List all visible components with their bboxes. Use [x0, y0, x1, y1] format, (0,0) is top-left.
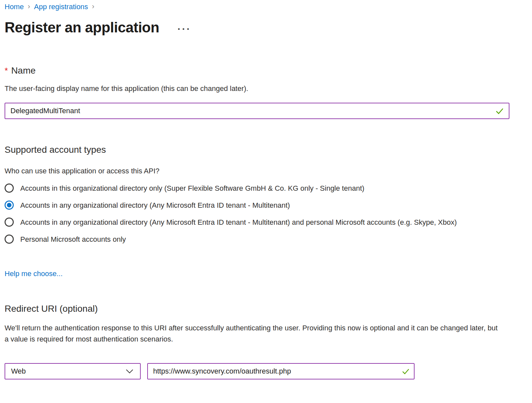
breadcrumb: Home › App registrations ›: [5, 3, 527, 11]
redirect-uri-input-wrap: [147, 363, 415, 379]
radio-option-label[interactable]: Personal Microsoft accounts only: [20, 234, 126, 245]
account-types-radio-group: Accounts in this organizational director…: [5, 183, 527, 245]
required-asterisk: *: [5, 66, 8, 76]
radio-option-personal-only[interactable]: Personal Microsoft accounts only: [5, 234, 527, 245]
breadcrumb-separator-icon: ›: [91, 2, 95, 11]
radio-button-icon[interactable]: [5, 201, 14, 210]
valid-check-icon: [401, 367, 410, 376]
name-field-description: The user-facing display name for this ap…: [5, 84, 527, 93]
register-application-page: Home › App registrations › Register an a…: [0, 0, 532, 379]
account-types-question: Who can use this application or access t…: [5, 167, 527, 175]
radio-button-icon[interactable]: [5, 235, 14, 244]
redirect-uri-description: We'll return the authentication response…: [5, 323, 503, 345]
application-name-input[interactable]: [5, 103, 509, 119]
platform-select[interactable]: Web: [5, 363, 141, 379]
valid-check-icon: [495, 106, 504, 115]
name-label-text: Name: [11, 65, 36, 76]
supported-account-types-heading: Supported account types: [5, 145, 527, 155]
title-row: Register an application ···: [5, 18, 527, 37]
more-options-icon[interactable]: ···: [178, 24, 191, 37]
page-title: Register an application: [5, 18, 159, 37]
breadcrumb-home-link[interactable]: Home: [5, 3, 24, 11]
radio-option-label[interactable]: Accounts in any organizational directory…: [20, 200, 290, 211]
radio-option-label[interactable]: Accounts in any organizational directory…: [20, 217, 457, 228]
redirect-uri-heading: Redirect URI (optional): [5, 304, 527, 314]
radio-option-single-tenant[interactable]: Accounts in this organizational director…: [5, 183, 527, 194]
radio-button-icon[interactable]: [5, 184, 14, 193]
chevron-down-icon: [126, 369, 133, 374]
redirect-uri-input[interactable]: [147, 363, 415, 379]
breadcrumb-app-registrations-link[interactable]: App registrations: [34, 3, 88, 11]
name-field-label: *Name: [5, 65, 527, 76]
radio-button-icon[interactable]: [5, 218, 14, 227]
help-me-choose-link[interactable]: Help me choose...: [5, 270, 62, 278]
redirect-uri-row: Web: [5, 363, 527, 379]
platform-select-value: Web: [11, 367, 26, 376]
breadcrumb-separator-icon: ›: [27, 2, 31, 11]
radio-option-label[interactable]: Accounts in this organizational director…: [20, 183, 364, 194]
radio-option-multitenant[interactable]: Accounts in any organizational directory…: [5, 200, 527, 211]
name-input-wrap: [5, 103, 509, 119]
radio-option-multitenant-personal[interactable]: Accounts in any organizational directory…: [5, 217, 527, 228]
